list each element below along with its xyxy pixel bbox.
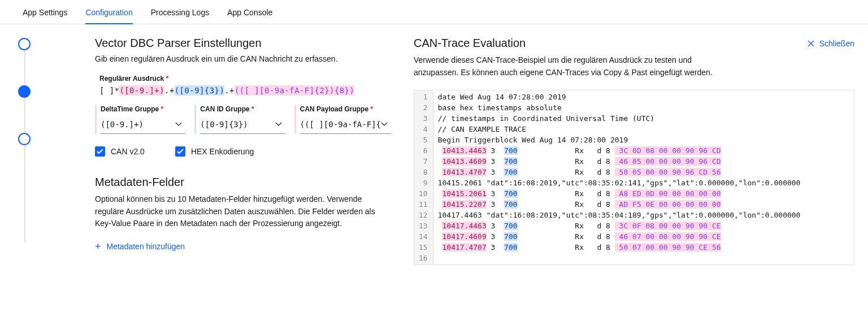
tab-processing-logs[interactable]: Processing Logs bbox=[142, 0, 219, 24]
metadata-title: Metadaten-Felder bbox=[95, 176, 391, 189]
step-dot-2[interactable] bbox=[18, 85, 31, 98]
tab-label: Configuration bbox=[85, 8, 132, 17]
required-marker: * bbox=[166, 75, 169, 83]
tab-app-console[interactable]: App Console bbox=[218, 0, 281, 24]
group-label: DeltaTime Gruppe * bbox=[101, 105, 185, 113]
group-row: DeltaTime Gruppe * ([0-9.]+) CAN ID Grup… bbox=[95, 105, 391, 134]
add-metadata-button[interactable]: + Metadaten hinzufügen bbox=[95, 240, 391, 253]
step-dot-1[interactable] bbox=[18, 38, 31, 50]
close-label: Schließen bbox=[819, 39, 854, 48]
group-canid: CAN ID Gruppe * ([0-9]{3}) bbox=[194, 105, 285, 134]
required-marker: * bbox=[251, 105, 254, 113]
editor-gutter: 12345678910111213141516 bbox=[414, 90, 432, 265]
checkbox-row: CAN v2.0 HEX Enkodierung bbox=[95, 146, 391, 157]
regex-field[interactable]: Regulärer Ausdruck * [ ]*([0-9.]+).+([0-… bbox=[99, 75, 391, 95]
regex-seg-sep2: .+ bbox=[224, 86, 235, 95]
close-icon bbox=[807, 40, 815, 47]
editor-code[interactable]: date Wed Aug 14 07:28:00 2019base hex ti… bbox=[432, 90, 801, 265]
step-dot-3[interactable] bbox=[18, 133, 31, 145]
group-label: CAN ID Gruppe * bbox=[200, 105, 285, 113]
group-select-canid[interactable]: ([0-9]{3}) bbox=[200, 116, 285, 134]
tab-configuration[interactable]: Configuration bbox=[76, 0, 141, 24]
group-payload: CAN Payload Gruppe * (([ ][0-9a-fA-F]{ bbox=[294, 105, 391, 134]
step-rail bbox=[18, 37, 41, 265]
tab-app-settings[interactable]: App Settings bbox=[14, 0, 76, 24]
regex-seg-pre: [ ]* bbox=[99, 86, 119, 95]
checkbox-label: HEX Enkodierung bbox=[191, 147, 254, 156]
trace-desc: Verwende dieses CAN-Trace-Beispiel um di… bbox=[414, 54, 730, 79]
group-value: ([0-9]{3}) bbox=[200, 120, 248, 129]
close-button[interactable]: Schließen bbox=[807, 39, 854, 48]
add-metadata-label: Metadaten hinzufügen bbox=[107, 242, 185, 251]
checkbox-hex-enc[interactable]: HEX Enkodierung bbox=[175, 146, 254, 157]
required-marker: * bbox=[370, 105, 373, 113]
regex-seg-g3: (([ ][0-9a-fA-F]{2}){8}) bbox=[235, 85, 354, 96]
chevron-down-icon bbox=[175, 122, 182, 127]
plus-icon: + bbox=[95, 241, 101, 252]
regex-seg-sep1: .+ bbox=[164, 86, 175, 95]
trace-title: CAN-Trace Evaluation bbox=[414, 37, 807, 50]
regex-label-text: Regulärer Ausdruck bbox=[99, 75, 164, 83]
chevron-down-icon bbox=[381, 122, 388, 127]
tab-label: App Settings bbox=[23, 8, 67, 17]
checkbox-can-v2[interactable]: CAN v2.0 bbox=[95, 146, 145, 157]
regex-seg-g2: ([0-9]{3}) bbox=[175, 85, 225, 96]
group-label-text: DeltaTime Gruppe bbox=[101, 105, 159, 113]
tab-label: Processing Logs bbox=[151, 8, 210, 17]
group-label-text: CAN ID Gruppe bbox=[200, 105, 249, 113]
metadata-desc: Optional können bis zu 10 Metadaten-Feld… bbox=[95, 193, 391, 230]
group-deltatime: DeltaTime Gruppe * ([0-9.]+) bbox=[95, 105, 185, 134]
trace-editor[interactable]: 12345678910111213141516 date Wed Aug 14 … bbox=[414, 90, 854, 265]
checkbox-box bbox=[175, 146, 185, 157]
group-label: CAN Payload Gruppe * bbox=[300, 105, 391, 113]
group-value: (([ ][0-9a-fA-F]{ bbox=[300, 120, 381, 129]
chevron-down-icon bbox=[275, 122, 282, 127]
regex-seg-g1: ([0-9.]+) bbox=[119, 85, 164, 96]
group-select-deltatime[interactable]: ([0-9.]+) bbox=[101, 116, 185, 134]
group-value: ([0-9.]+) bbox=[101, 120, 144, 129]
tab-label: App Console bbox=[227, 8, 272, 17]
regex-label: Regulärer Ausdruck * bbox=[99, 75, 391, 83]
settings-intro: Gib einen regulären Ausdruck ein um die … bbox=[95, 54, 391, 63]
tab-bar: App Settings Configuration Processing Lo… bbox=[0, 0, 868, 24]
checkbox-box bbox=[95, 146, 105, 157]
settings-title: Vector DBC Parser Einstellungen bbox=[95, 37, 391, 50]
checkbox-label: CAN v2.0 bbox=[111, 147, 145, 156]
regex-value[interactable]: [ ]*([0-9.]+).+([0-9]{3}).+(([ ][0-9a-fA… bbox=[99, 86, 391, 95]
required-marker: * bbox=[160, 105, 163, 113]
group-select-payload[interactable]: (([ ][0-9a-fA-F]{ bbox=[300, 116, 391, 134]
group-label-text: CAN Payload Gruppe bbox=[300, 105, 368, 113]
